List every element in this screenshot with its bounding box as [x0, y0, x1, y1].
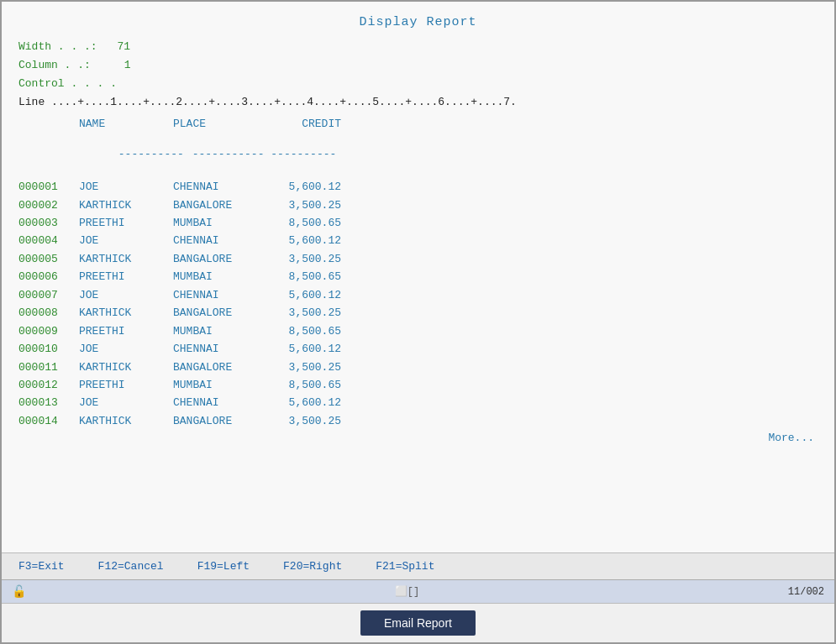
- row-name: KARTHICK: [79, 304, 173, 322]
- row-place: BANGALORE: [173, 304, 274, 322]
- row-number: 000005: [18, 250, 79, 268]
- row-number: 000011: [18, 359, 79, 376]
- table-row: 000007JOECHENNAI5,600.12: [18, 286, 818, 304]
- row-number: 000004: [18, 232, 79, 249]
- column-headers: NAME PLACE CREDIT: [18, 115, 818, 134]
- f20-key[interactable]: F20=Right: [283, 560, 342, 573]
- status-left: 🔓: [12, 584, 26, 599]
- row-credit: 5,600.12: [274, 340, 341, 358]
- row-place: CHENNAI: [173, 394, 274, 411]
- row-place: CHENNAI: [173, 340, 274, 358]
- row-name: PREETHI: [79, 214, 173, 232]
- more-indicator: More...: [18, 430, 818, 444]
- row-name: KARTHICK: [79, 359, 173, 376]
- control-line: Control . . . .: [18, 75, 818, 93]
- table-row: 000008KARTHICKBANGALORE3,500.25: [18, 304, 818, 322]
- header-credit: CREDIT: [274, 115, 341, 134]
- row-place: MUMBAI: [173, 214, 274, 232]
- status-center: ⬜[]: [395, 585, 419, 598]
- table-row: 000005KARTHICKBANGALORE3,500.25: [18, 250, 818, 268]
- lock-icon: 🔓: [12, 584, 26, 599]
- width-label: Width . . .:: [18, 40, 97, 53]
- row-place: BANGALORE: [173, 196, 274, 214]
- row-credit: 5,600.12: [274, 232, 341, 249]
- column-label: Column . .:: [18, 59, 91, 71]
- table-row: 000002KARTHICKBANGALORE3,500.25: [18, 196, 818, 214]
- table-row: 000011KARTHICKBANGALORE3,500.25: [18, 359, 818, 376]
- control-label: Control . . . .: [18, 77, 117, 90]
- row-number: 000009: [18, 322, 79, 340]
- table-row: 000010JOECHENNAI5,600.12: [18, 340, 818, 358]
- row-name: JOE: [79, 394, 173, 411]
- status-right: 11/002: [788, 586, 824, 598]
- row-credit: 3,500.25: [274, 250, 341, 268]
- row-credit: 3,500.25: [274, 304, 341, 322]
- row-credit: 5,600.12: [274, 286, 341, 304]
- row-name: KARTHICK: [79, 196, 173, 214]
- row-name: KARTHICK: [79, 250, 173, 268]
- table-row: 000006PREETHIMUMBAI8,500.65: [18, 268, 818, 285]
- column-value: 1: [124, 59, 131, 71]
- row-number: 000002: [18, 196, 79, 214]
- function-key-bar: F3=Exit F12=Cancel F19=Left F20=Right F2…: [2, 552, 834, 579]
- sep-name: ----------: [118, 148, 184, 160]
- table-row: 000013JOECHENNAI5,600.12: [18, 394, 818, 411]
- separator-line: ---------- ----------- ----------: [18, 134, 818, 176]
- row-number: 000013: [18, 394, 79, 411]
- row-place: CHENNAI: [173, 232, 274, 249]
- row-credit: 3,500.25: [274, 359, 341, 376]
- table-row: 000001JOECHENNAI5,600.12: [18, 178, 818, 196]
- row-number: 000012: [18, 376, 79, 394]
- line-label: Line: [18, 96, 51, 108]
- row-name: JOE: [79, 286, 173, 304]
- row-name: JOE: [79, 340, 173, 358]
- column-line: Column . .: 1: [18, 56, 818, 75]
- row-number: 000001: [18, 178, 79, 196]
- row-number: 000010: [18, 340, 79, 358]
- data-rows: 000001JOECHENNAI5,600.12000002KARTHICKBA…: [18, 178, 818, 430]
- row-place: CHENNAI: [173, 286, 274, 304]
- row-credit: 8,500.65: [274, 268, 341, 285]
- header-place: PLACE: [173, 115, 274, 134]
- report-title: Display Report: [18, 15, 818, 29]
- row-place: BANGALORE: [173, 250, 274, 268]
- row-credit: 5,600.12: [274, 394, 341, 411]
- sep-place: -----------: [192, 148, 265, 160]
- ruler-line: Line ....+....1....+....2....+....3....+…: [18, 93, 818, 112]
- f21-key[interactable]: F21=Split: [376, 560, 434, 573]
- table-row: 000014KARTHICKBANGALORE3,500.25: [18, 412, 818, 430]
- header-name: NAME: [79, 115, 173, 134]
- row-name: KARTHICK: [79, 412, 173, 430]
- table-row: 000003PREETHIMUMBAI8,500.65: [18, 214, 818, 232]
- row-place: BANGALORE: [173, 412, 274, 430]
- row-number: 000014: [18, 412, 79, 430]
- row-place: MUMBAI: [173, 322, 274, 340]
- row-place: MUMBAI: [173, 376, 274, 394]
- row-name: PREETHI: [79, 322, 173, 340]
- row-name: JOE: [79, 232, 173, 249]
- email-report-button[interactable]: Email Report: [360, 610, 476, 636]
- table-row: 000009PREETHIMUMBAI8,500.65: [18, 322, 818, 340]
- f19-key[interactable]: F19=Left: [197, 560, 250, 573]
- status-bar: 🔓 ⬜[] 11/002: [2, 579, 834, 603]
- f12-key[interactable]: F12=Cancel: [98, 560, 164, 573]
- ruler-dots: ....+....1....+....2....+....3....+....4…: [51, 96, 517, 108]
- table-row: 000004JOECHENNAI5,600.12: [18, 232, 818, 249]
- row-number: 000008: [18, 304, 79, 322]
- row-number: 000003: [18, 214, 79, 232]
- row-number: 000007: [18, 286, 79, 304]
- row-credit: 8,500.65: [274, 376, 341, 394]
- table-row: 000012PREETHIMUMBAI8,500.65: [18, 376, 818, 394]
- sep-credit: ----------: [271, 148, 336, 160]
- width-line: Width . . .: 71: [18, 38, 818, 56]
- row-name: JOE: [79, 178, 173, 196]
- email-bar: Email Report: [2, 603, 834, 642]
- row-credit: 8,500.65: [274, 322, 341, 340]
- row-place: MUMBAI: [173, 268, 274, 285]
- row-credit: 8,500.65: [274, 214, 341, 232]
- row-place: BANGALORE: [173, 359, 274, 376]
- row-credit: 3,500.25: [274, 412, 341, 430]
- f3-key[interactable]: F3=Exit: [18, 560, 65, 573]
- row-name: PREETHI: [79, 268, 173, 285]
- width-value: 71: [117, 40, 130, 53]
